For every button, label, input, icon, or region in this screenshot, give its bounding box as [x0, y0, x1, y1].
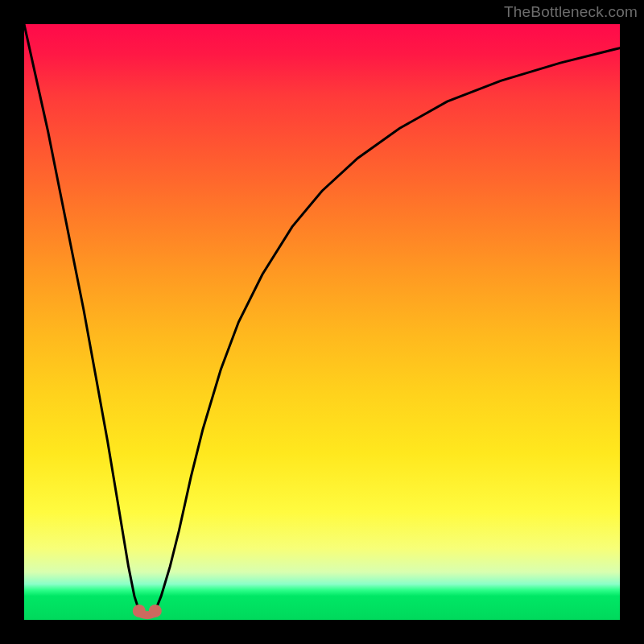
minimum-marker-right [149, 605, 162, 617]
chart-frame: TheBottleneck.com [0, 0, 644, 644]
watermark-text: TheBottleneck.com [504, 3, 638, 21]
minimum-marker-left [133, 605, 146, 617]
plot-area [24, 24, 620, 620]
left-branch-curve [24, 24, 139, 611]
curves-layer [24, 24, 620, 620]
right-branch-curve [155, 48, 620, 611]
